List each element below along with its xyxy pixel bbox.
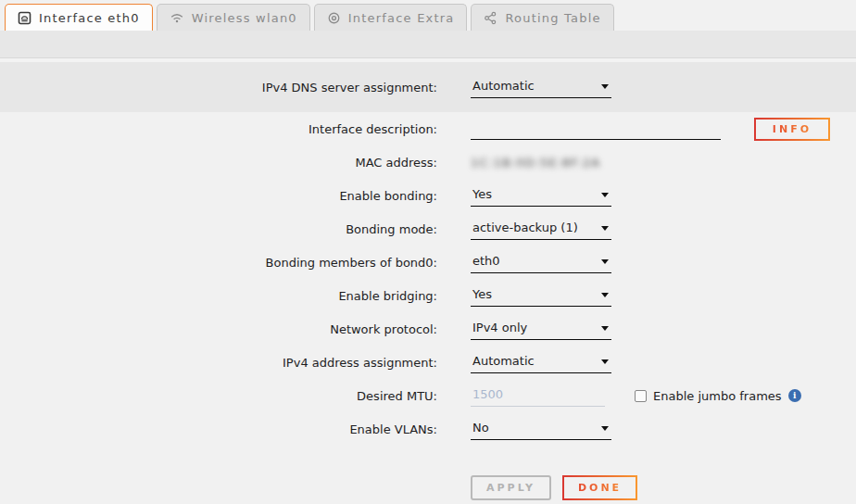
jumbo-frames-checkbox[interactable] [635,390,647,402]
enable-bridging-label: Enable bridging: [0,289,437,303]
dns-assignment-select[interactable]: Automatic [471,77,611,98]
target-icon [327,11,341,25]
wifi-icon [170,11,184,25]
jumbo-frames-group: Enable jumbo frames i [635,389,801,403]
network-protocol-select[interactable]: IPv4 only [471,319,611,340]
info-tooltip-icon[interactable]: i [788,389,801,402]
done-button[interactable]: DONE [562,475,637,500]
enable-bridging-select[interactable]: Yes [471,285,611,307]
dns-assignment-value: Automatic [472,79,535,93]
tab-label: Routing Table [505,11,600,25]
mac-address-label: MAC address: [0,156,437,170]
chevron-down-icon [601,226,609,231]
tab-routing-table[interactable]: Routing Table [471,4,613,31]
chevron-down-icon [601,426,609,431]
bonding-members-value: eth0 [472,254,500,268]
enable-bridging-row: Enable bridging: Yes [0,279,856,312]
interface-form: Interface description: INFO MAC address:… [0,112,856,504]
share-nodes-icon [484,11,497,25]
tab-wireless-wlan0[interactable]: Wireless wlan0 [157,4,310,31]
chevron-down-icon [601,193,609,197]
enable-bonding-row: Enable bonding: Yes [0,179,856,212]
bonding-mode-row: Bonding mode: active-backup (1) [0,212,856,246]
interface-description-row: Interface description: INFO [0,112,856,145]
desired-mtu-row: Desired MTU: Enable jumbo frames i [0,379,856,412]
enable-bridging-value: Yes [472,287,492,301]
dns-assignment-label: IPv4 DNS server assignment: [0,81,437,94]
enable-vlans-label: Enable VLANs: [0,422,437,436]
tab-label: Wireless wlan0 [192,11,297,25]
tab-interface-eth0[interactable]: Interface eth0 [5,4,153,31]
tab-interface-extra[interactable]: Interface Extra [314,4,468,31]
tab-label: Interface Extra [348,11,455,25]
bonding-mode-select[interactable]: active-backup (1) [471,219,611,240]
bonding-mode-label: Bonding mode: [0,222,437,236]
network-protocol-row: Network protocol: IPv4 only [0,312,856,346]
dns-panel: IPv4 DNS server assignment: Automatic [0,62,856,112]
form-actions: APPLY DONE [0,471,856,504]
interface-description-input[interactable] [471,119,721,140]
enable-bonding-label: Enable bonding: [0,189,437,203]
enable-vlans-row: Enable VLANs: No [0,412,856,446]
jumbo-frames-label: Enable jumbo frames [653,389,782,403]
desired-mtu-label: Desired MTU: [0,389,437,403]
bonding-members-select[interactable]: eth0 [471,252,611,273]
info-button[interactable]: INFO [754,118,830,141]
ipv4-address-assignment-select[interactable]: Automatic [471,352,611,373]
enable-vlans-value: No [472,421,489,435]
chevron-down-icon [601,84,609,89]
network-settings-page: Interface eth0 Wireless wlan0 Interface … [0,0,856,504]
chevron-down-icon [601,359,609,364]
network-protocol-label: Network protocol: [0,322,437,336]
tab-bar: Interface eth0 Wireless wlan0 Interface … [0,0,856,31]
apply-button[interactable]: APPLY [471,475,551,500]
chevron-down-icon [601,326,609,331]
bonding-mode-value: active-backup (1) [472,220,578,234]
chevron-down-icon [601,293,609,297]
enable-bonding-select[interactable]: Yes [471,185,611,207]
mac-address-row: MAC address: 1C:1B:0D:5E:8F:2A [0,145,856,179]
ipv4-address-assignment-value: Automatic [472,354,535,368]
enable-bonding-value: Yes [472,187,492,201]
interface-port-icon [18,11,31,25]
ipv4-address-assignment-label: IPv4 address assignment: [0,356,437,370]
tab-label: Interface eth0 [39,11,140,25]
ipv4-address-assignment-row: IPv4 address assignment: Automatic [0,346,856,379]
bonding-members-row: Bonding members of bond0: eth0 [0,246,856,279]
enable-vlans-select[interactable]: No [471,419,611,440]
desired-mtu-input [471,385,605,407]
toolbar-band [0,31,856,57]
interface-description-label: Interface description: [0,122,437,136]
bonding-members-label: Bonding members of bond0: [0,256,437,270]
mac-address-value: 1C:1B:0D:5E:8F:2A [471,156,600,170]
chevron-down-icon [601,259,609,264]
network-protocol-value: IPv4 only [472,321,527,334]
